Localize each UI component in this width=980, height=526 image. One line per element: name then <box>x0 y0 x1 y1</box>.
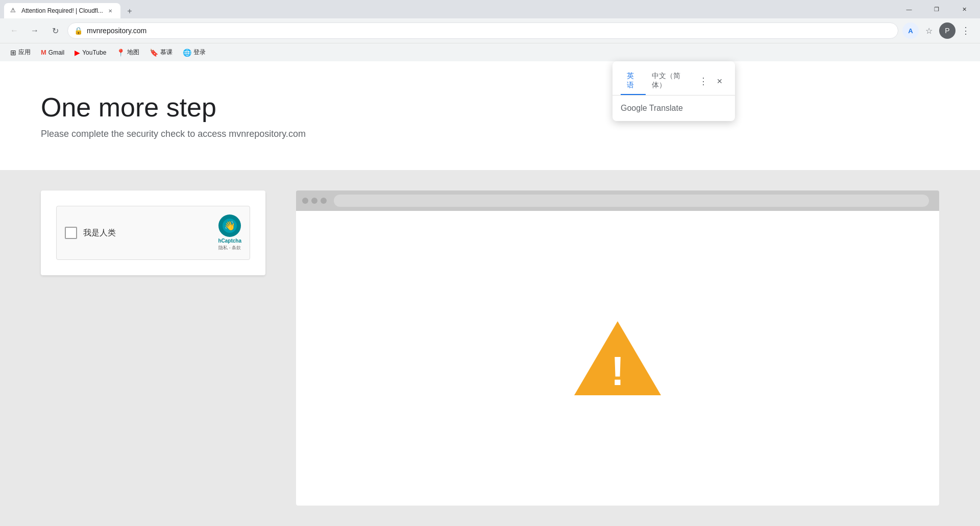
active-tab[interactable]: ⚠ Attention Required! | Cloudfl... ✕ <box>4 3 120 18</box>
new-tab-button[interactable]: + <box>122 4 137 18</box>
bookmark-maps[interactable]: 📍 地图 <box>112 46 143 59</box>
page-content: One more step Please complete the securi… <box>0 61 980 526</box>
translate-popup-body: Google Translate <box>612 95 735 121</box>
translate-popup-header: 英语 中文（简体） ⋮ ✕ <box>612 61 735 95</box>
forward-button[interactable]: → <box>27 22 43 39</box>
hcaptcha-logo-area: 👋 hCaptcha 隐私 - 条款 <box>218 214 241 251</box>
nav-bar: ← → ↻ 🔒 mvnrepository.com A ☆ P ⋮ <box>0 18 980 43</box>
hcaptcha-logo-icon: 👋 <box>218 214 241 237</box>
menu-button[interactable]: ⋮ <box>958 22 974 39</box>
hcaptcha-links-label[interactable]: 隐私 - 条款 <box>218 245 241 251</box>
bookmark-maps-label: 地图 <box>127 48 139 57</box>
bookmark-button[interactable]: ☆ <box>921 22 937 39</box>
translate-button[interactable]: A <box>902 22 919 39</box>
captcha-box: 我是人类 👋 hCaptcha 隐私 - 条款 <box>41 190 265 275</box>
maps-icon: 📍 <box>116 49 125 57</box>
reload-button[interactable]: ↻ <box>47 22 63 39</box>
page-subtitle: Please complete the security check to ac… <box>41 129 939 139</box>
address-bar[interactable]: 🔒 mvnrepository.com <box>67 22 898 39</box>
page-header: One more step Please complete the securi… <box>0 61 980 170</box>
lock-icon: 🔒 <box>74 27 83 35</box>
tab-title: Attention Required! | Cloudfl... <box>21 7 103 14</box>
maximize-button[interactable]: ❐ <box>925 1 948 17</box>
translate-part-label: Translate <box>649 104 683 112</box>
translate-popup-actions: ⋮ ✕ <box>696 74 727 88</box>
captcha-checkbox[interactable] <box>65 227 77 239</box>
mockup-urlbar <box>334 195 929 207</box>
youtube-icon: ▶ <box>75 49 80 57</box>
captcha-label: 我是人类 <box>83 228 116 238</box>
bookmark-apps-label: 应用 <box>18 48 31 57</box>
page-title: One more step <box>41 92 939 123</box>
bookmark-youtube-label: YouTube <box>82 49 106 56</box>
translate-lang-english[interactable]: 英语 <box>621 67 646 95</box>
bookmark-courses[interactable]: 🔖 慕课 <box>145 46 177 59</box>
mockup-dot-2 <box>311 198 317 204</box>
page-body: 我是人类 👋 hCaptcha 隐私 - 条款 <box>0 170 980 526</box>
bookmark-login-label: 登录 <box>193 48 206 57</box>
gmail-icon: M <box>41 49 46 56</box>
browser-mockup: ! <box>296 190 939 506</box>
translate-popup: 英语 中文（简体） ⋮ ✕ Google Translate <box>612 61 735 121</box>
bookmarks-bar: ⊞ 应用 M Gmail ▶ YouTube 📍 地图 🔖 慕课 🌐 登录 <box>0 43 980 61</box>
mockup-dot-3 <box>321 198 327 204</box>
tab-close-button[interactable]: ✕ <box>106 7 114 15</box>
hcaptcha-widget[interactable]: 我是人类 👋 hCaptcha 隐私 - 条款 <box>56 206 250 260</box>
captcha-panel: 我是人类 👋 hCaptcha 隐私 - 条款 <box>41 190 265 506</box>
browser-frame: ⚠ Attention Required! | Cloudfl... ✕ + —… <box>0 0 980 526</box>
bookmark-gmail-label: Gmail <box>48 49 64 56</box>
svg-text:👋: 👋 <box>224 220 236 231</box>
tab-area: ⚠ Attention Required! | Cloudfl... ✕ + <box>4 0 895 18</box>
back-button[interactable]: ← <box>6 22 22 39</box>
google-part-label: Google <box>621 104 647 112</box>
bookmark-gmail[interactable]: M Gmail <box>37 46 68 58</box>
login-icon: 🌐 <box>183 49 191 57</box>
tab-favicon: ⚠ <box>10 7 18 15</box>
courses-icon: 🔖 <box>150 49 158 57</box>
profile-button[interactable]: P <box>939 22 955 39</box>
title-bar: ⚠ Attention Required! | Cloudfl... ✕ + —… <box>0 0 980 18</box>
window-controls: — ❐ ✕ <box>897 1 976 17</box>
bookmark-youtube[interactable]: ▶ YouTube <box>70 46 110 59</box>
bookmark-apps[interactable]: ⊞ 应用 <box>6 46 35 59</box>
mockup-titlebar <box>296 190 939 211</box>
minimize-button[interactable]: — <box>897 1 921 17</box>
bookmark-login[interactable]: 🌐 登录 <box>179 46 210 59</box>
url-text: mvnrepository.com <box>87 27 892 35</box>
hcaptcha-brand-label: hCaptcha <box>218 238 241 244</box>
nav-actions: A ☆ P ⋮ <box>902 22 974 39</box>
mockup-dot-1 <box>302 198 308 204</box>
translate-more-button[interactable]: ⋮ <box>696 74 710 88</box>
warning-triangle-icon: ! <box>572 319 664 398</box>
translate-close-button[interactable]: ✕ <box>713 74 727 88</box>
mockup-content: ! <box>296 211 939 506</box>
close-button[interactable]: ✕ <box>952 1 976 17</box>
translate-lang-chinese[interactable]: 中文（简体） <box>646 67 696 95</box>
apps-icon: ⊞ <box>10 49 16 57</box>
captcha-left: 我是人类 <box>65 227 116 239</box>
svg-text:!: ! <box>611 348 625 394</box>
google-translate-label: Google Translate <box>621 104 683 112</box>
bookmark-courses-label: 慕课 <box>160 48 173 57</box>
